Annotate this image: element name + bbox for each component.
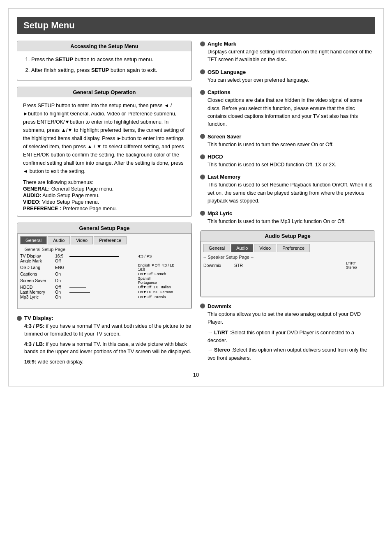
bullet-osd-language-text: You can select your own preferred langua… [200,76,375,84]
setup-steps-list: Press the SETUP button to access the set… [23,55,186,74]
general-setup-page-section: General Setup Page General Audio Video P… [17,223,192,309]
accessing-setup-menu-title: Accessing the Setup Menu [17,41,191,51]
cell-screen-saver-bar [69,276,138,285]
bullet-dot [200,154,205,159]
cell-last-memory-label: Last Memory [20,290,55,294]
tv-display-169: 16:9: wide screen display. [17,358,192,366]
bullet-last-memory: Last Memory This function is used to set… [200,174,375,205]
tab-preference-audio[interactable]: Preference [277,244,310,252]
bullet-dot [200,304,205,308]
submenu-audio: AUDIO: Audio Setup Page menu. [23,193,186,198]
bullet-mp3-lyric-text: This function is used to turn the Mp3 Ly… [200,218,375,225]
cell-last-memory-bar [69,290,138,294]
tv-display-bullet [17,316,22,321]
bullet-downmix-text: This options allows you to set the stere… [200,310,375,327]
tv-display-title: TV Display: [17,315,192,321]
tab-preference[interactable]: Preference [94,236,127,244]
general-setup-operation-title: General Setup Operation [17,87,191,97]
bullet-last-memory-label: Last Memory [208,174,240,180]
cell-angle-mark-value: Off [55,258,69,263]
bullet-osd-language-label: OSD Language [208,69,246,75]
bullet-angle-mark-label: Angle Mark [208,41,236,47]
page-container: Setup Menu Accessing the Setup Menu Pres… [8,8,384,386]
cell-last-memory-options: On▼1X 2X German [138,290,189,294]
table-row: TV Display 16:9 4:3 / PS [20,253,189,258]
general-setup-body: Press SETUP button to enter into the set… [23,101,186,175]
submenus-section: There are following submenus: GENERAL: G… [23,179,186,212]
bullet-hdcd: HDCD This function is used to set HDCD f… [200,154,375,169]
bullet-angle-mark: Angle Mark Displays current angle settin… [200,41,375,64]
tv-display-section: TV Display: 4:3 / PS: if you have a norm… [17,315,192,366]
tab-video-audio[interactable]: Video [254,244,276,252]
submenu-video: VIDEO: Video Setup Page menu. [23,199,186,205]
setup-step-1: Press the SETUP button to access the set… [31,55,186,64]
cell-tv-display-value: 16:9 [55,253,69,258]
tv-display-label: TV Display: [24,315,53,321]
left-column: Accessing the Setup Menu Press the SETUP… [17,41,192,368]
cell-mp3-lyric-label: Mp3 Lyric [20,294,55,299]
bullet-downmix-ltrt: → LT/RT :Select this option if your DVD … [200,329,375,363]
bullet-downmix: Downmix This options allows you to set t… [200,303,375,362]
right-column: Angle Mark Displays current angle settin… [200,41,375,368]
bullet-dot [200,211,205,216]
cell-tv-display-bar [69,253,138,258]
cell-tv-display-label: TV Display [20,253,55,258]
submenus-label: There are following submenus: [23,179,186,185]
audio-setup-diagram: General Audio Video Preference -- Speake… [201,241,375,297]
bullet-screen-saver: Screen Saver This function is used to tu… [200,133,375,149]
cell-hdcd-options: Off▼Off 1X Italian [138,285,189,290]
cell-tv-display-options: 4:3 / PS [138,253,189,258]
table-row: OSD Lang ENG English ▼Off 4:3 / LB16:9 [20,263,189,271]
audio-setup-table: Downmix STR LT/RTStereo [203,261,372,269]
bullet-mp3-lyric-title: Mp3 Lyric [200,210,375,216]
tab-general-audio[interactable]: General [203,244,230,252]
tab-audio-active[interactable]: Audio [231,244,253,252]
cell-angle-mark-bar [69,258,138,263]
bullet-mp3-lyric: Mp3 Lyric This function is used to turn … [200,210,375,225]
audio-setup-page-title: Audio Setup Page [201,231,375,241]
bullet-screen-saver-text: This function is used to turn the screen… [200,141,375,149]
cell-hdcd-bar [69,285,138,290]
audio-page-label: -- Speaker Setup Page -- [203,255,372,260]
page-title: Setup Menu [17,17,375,34]
general-setup-diagram: General Audio Video Preference -- Genera… [17,233,191,309]
bullet-screen-saver-label: Screen Saver [208,133,241,140]
bullet-downmix-title: Downmix [200,303,375,309]
general-page-label: -- General Setup Page -- [20,247,189,252]
bullet-last-memory-title: Last Memory [200,174,375,180]
bullet-dot [200,175,205,179]
bullet-captions: Captions Closed captions are data that a… [200,89,375,129]
table-row: HDCD Off Off▼Off 1X Italian [20,285,189,290]
bullet-downmix-label: Downmix [208,303,231,309]
cell-downmix-bar [249,261,346,269]
tv-display-43lb: 4:3 / LB: if you have a normal TV. In th… [17,340,192,356]
accessing-setup-menu-section: Accessing the Setup Menu Press the SETUP… [17,41,192,81]
bullet-hdcd-title: HDCD [200,154,375,160]
table-row: Last Memory On On▼1X 2X German [20,290,189,294]
cell-captions-bar [69,271,138,276]
cell-osd-lang-options: English ▼Off 4:3 / LB16:9 [138,263,189,271]
tab-video[interactable]: Video [71,236,93,244]
tab-general[interactable]: General [20,236,47,244]
cell-mp3-lyric-bar [69,294,138,299]
table-row: Captions On On▼ Off French [20,271,189,276]
cell-osd-lang-bar [69,263,138,271]
cell-angle-mark-label: Angle Mark [20,258,55,263]
general-setup-operation-content: Press SETUP button to enter into the set… [17,97,191,216]
bullet-dot [200,134,205,139]
table-row: Screen Saver On SpanishPortuguese [20,276,189,285]
table-row: Mp3 Lyric On On▼Off Russia [20,294,189,299]
general-setup-table: TV Display 16:9 4:3 / PS Angle Mark Off [20,253,189,299]
bullet-hdcd-text: This function is used to set HDCD functi… [200,161,375,169]
general-setup-operation-section: General Setup Operation Press SETUP butt… [17,87,192,217]
bullet-last-memory-text: This function is used to set Resume Play… [200,181,375,205]
tab-audio[interactable]: Audio [48,236,70,244]
bullet-angle-mark-text: Displays current angle setting informati… [200,48,375,64]
bullet-dot [200,69,205,74]
audio-setup-page-section: Audio Setup Page General Audio Video Pre… [200,230,375,297]
cell-downmix-value: STR [234,261,249,269]
cell-downmix-options: LT/RTStereo [346,261,372,269]
bullet-angle-mark-title: Angle Mark [200,41,375,47]
cell-screen-saver-options: SpanishPortuguese [138,276,189,285]
cell-screen-saver-value: On [55,276,69,285]
